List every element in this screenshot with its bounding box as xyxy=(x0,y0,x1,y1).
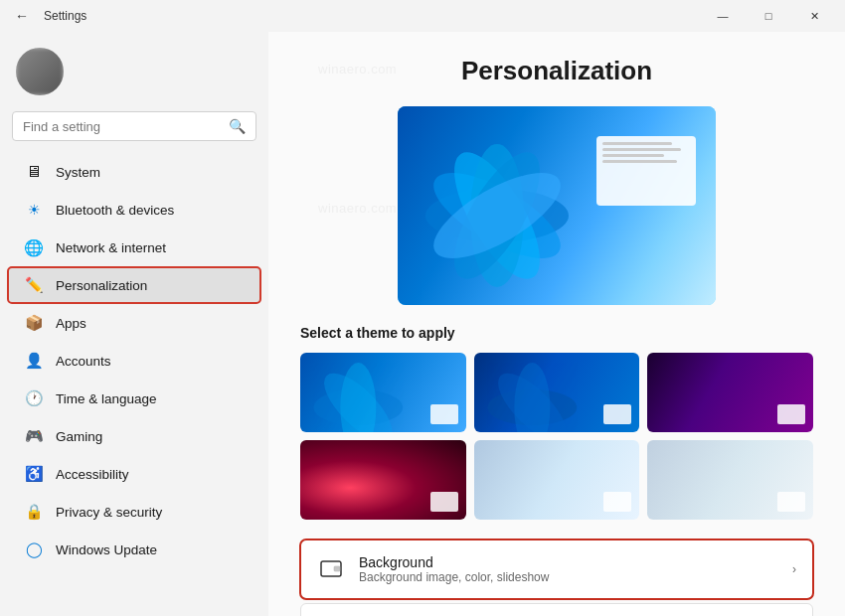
theme-thumbnail-2[interactable] xyxy=(474,353,640,432)
preview-floating-window xyxy=(596,136,696,206)
back-button[interactable]: ← xyxy=(8,2,36,30)
sidebar-item-label: Bluetooth & devices xyxy=(56,203,174,218)
titlebar-controls: — □ ✕ xyxy=(700,0,837,32)
background-text: Background Background image, color, slid… xyxy=(359,554,778,584)
sidebar-item-personalization[interactable]: ✏️ Personalization xyxy=(8,267,260,303)
sidebar-item-apps[interactable]: 📦 Apps xyxy=(8,305,260,341)
search-box[interactable]: 🔍 xyxy=(12,111,256,141)
bluetooth-icon: ☀ xyxy=(24,200,44,220)
theme-thumbnail-6[interactable] xyxy=(647,440,813,520)
theme-section-label: Select a theme to apply xyxy=(300,325,813,341)
theme-thumbnail-1[interactable] xyxy=(300,353,466,432)
background-icon xyxy=(317,555,345,583)
sidebar-item-privacy[interactable]: 🔒 Privacy & security xyxy=(8,494,260,530)
titlebar-left: ← Settings xyxy=(8,2,700,30)
titlebar: ← Settings — □ ✕ xyxy=(0,0,845,32)
search-input[interactable] xyxy=(23,119,221,134)
thumb-mini-window-6 xyxy=(777,492,805,512)
sidebar-item-accounts[interactable]: 👤 Accounts xyxy=(8,343,260,379)
sidebar-item-time[interactable]: 🕐 Time & language xyxy=(8,381,260,416)
theme-thumbnail-5[interactable] xyxy=(474,440,640,520)
background-subtitle: Background image, color, slideshow xyxy=(359,570,778,584)
personalization-icon: ✏️ xyxy=(24,275,44,295)
sidebar-item-label: Time & language xyxy=(56,391,157,406)
accessibility-icon: ♿ xyxy=(24,464,44,484)
settings-item-colors[interactable]: Colors Accent color, transparency effect… xyxy=(300,603,813,616)
system-icon: 🖥 xyxy=(24,162,44,182)
svg-point-8 xyxy=(340,363,376,432)
minimize-button[interactable]: — xyxy=(700,0,746,32)
settings-window: ← Settings — □ ✕ 🔍 🖥 xyxy=(0,0,845,616)
sidebar-item-label: Personalization xyxy=(56,278,147,293)
content-area: 🔍 🖥 System ☀ Bluetooth & devices 🌐 Netwo… xyxy=(0,32,845,616)
titlebar-title: Settings xyxy=(44,9,86,23)
sidebar-item-bluetooth[interactable]: ☀ Bluetooth & devices xyxy=(8,192,260,228)
close-button[interactable]: ✕ xyxy=(791,0,837,32)
preview-flower xyxy=(408,126,587,305)
sidebar-item-label: Gaming xyxy=(56,429,102,444)
apps-icon: 📦 xyxy=(24,313,44,333)
avatar xyxy=(16,48,64,95)
main-panel: winaero.com winaero.com winaero.com wina… xyxy=(268,32,845,616)
theme-thumbnail-4[interactable] xyxy=(300,440,466,520)
thumb-mini-window-4 xyxy=(430,492,458,512)
settings-list: Background Background image, color, slid… xyxy=(300,539,813,616)
search-icon: 🔍 xyxy=(229,118,246,134)
sidebar-item-label: Windows Update xyxy=(56,542,157,557)
sidebar-item-label: Network & internet xyxy=(56,240,166,255)
user-avatar-area xyxy=(0,40,268,103)
svg-point-11 xyxy=(514,363,550,432)
theme-preview xyxy=(398,106,716,305)
sidebar-item-accessibility[interactable]: ♿ Accessibility xyxy=(8,456,260,492)
thumb-mini-window-5 xyxy=(603,492,631,512)
preview-inner xyxy=(398,106,716,305)
themes-grid xyxy=(300,353,813,520)
sidebar-item-network[interactable]: 🌐 Network & internet xyxy=(8,230,260,265)
settings-item-background[interactable]: Background Background image, color, slid… xyxy=(300,539,813,599)
gaming-icon: 🎮 xyxy=(24,426,44,446)
sidebar-item-label: Apps xyxy=(56,316,86,331)
background-title: Background xyxy=(359,554,778,570)
sidebar-item-label: System xyxy=(56,165,100,180)
page-title: Personalization xyxy=(300,56,813,86)
windows-update-icon: ◯ xyxy=(24,539,44,559)
time-icon: 🕐 xyxy=(24,388,44,408)
thumb-mini-window-3 xyxy=(777,404,805,424)
network-icon: 🌐 xyxy=(24,237,44,257)
maximize-button[interactable]: □ xyxy=(746,0,791,32)
theme-thumbnail-3[interactable] xyxy=(647,353,813,432)
sidebar-item-gaming[interactable]: 🎮 Gaming xyxy=(8,418,260,454)
accounts-icon: 👤 xyxy=(24,351,44,371)
sidebar: 🔍 🖥 System ☀ Bluetooth & devices 🌐 Netwo… xyxy=(0,32,268,616)
sidebar-item-system[interactable]: 🖥 System xyxy=(8,154,260,190)
watermark-3: winaero.com xyxy=(318,201,397,216)
sidebar-item-windows-update[interactable]: ◯ Windows Update xyxy=(8,532,260,567)
background-arrow: › xyxy=(792,562,796,576)
privacy-icon: 🔒 xyxy=(24,502,44,522)
thumb-mini-window-2 xyxy=(603,404,631,424)
thumb-mini-window-1 xyxy=(430,404,458,424)
sidebar-item-label: Accounts xyxy=(56,354,111,369)
sidebar-item-label: Privacy & security xyxy=(56,505,162,520)
sidebar-item-label: Accessibility xyxy=(56,467,129,482)
